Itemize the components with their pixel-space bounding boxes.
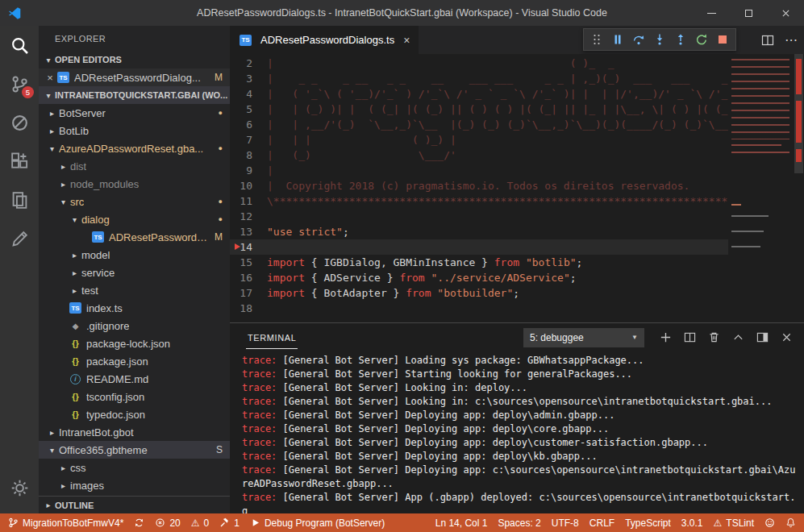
status-right: Ln 14, Col 1Spaces: 2UTF-8CRLFTypeScript… <box>435 517 796 529</box>
tab-close-icon[interactable]: × <box>403 34 410 47</box>
maximize-panel-button[interactable] <box>730 330 746 346</box>
restart-button[interactable] <box>691 31 712 48</box>
code-editor[interactable]: 2| ( )_ _ |3| _ _ _ __ _ _ __ ___ ___ _ … <box>230 54 804 322</box>
new-terminal-button[interactable] <box>657 330 673 346</box>
step-over-button[interactable] <box>628 31 649 48</box>
warning-icon: ⚠ <box>191 518 200 528</box>
more-actions-button[interactable]: ⋯ <box>785 34 798 47</box>
tree-item-dist[interactable]: ▸dist <box>39 157 230 175</box>
status-notifications[interactable] <box>785 517 796 528</box>
tree-item-botlib[interactable]: ▸BotLib <box>39 122 230 139</box>
activity-extensions-button[interactable] <box>0 142 39 181</box>
line-number: 18 <box>230 301 267 316</box>
sync-icon <box>134 517 144 528</box>
sidebar-title: EXPLORER <box>39 26 230 51</box>
tree-item-css[interactable]: ▸css <box>39 459 230 476</box>
step-into-icon <box>653 33 666 46</box>
tree-item-package-lock-json[interactable]: {}package-lock.json <box>39 335 230 352</box>
tree-item-images[interactable]: ▸images <box>39 476 230 494</box>
status-git-branch[interactable]: MigrationToBotFmwV4* <box>8 517 123 529</box>
log-message: [General Bot Server] App (.gbapp) deploy… <box>242 492 795 513</box>
status-feedback[interactable] <box>764 517 775 528</box>
error-mark <box>796 59 802 94</box>
terminal-selector[interactable]: 5: debuggee ▼ <box>523 328 644 347</box>
tree-item-tsconfig-json[interactable]: {}tsconfig.json <box>39 388 230 405</box>
tree-item-src[interactable]: ▾src● <box>39 193 230 210</box>
open-editor-item[interactable]: × TS ADResetPasswordDialog... M <box>39 69 230 86</box>
scrollbar[interactable] <box>794 54 804 322</box>
line-number: 6 <box>230 117 267 132</box>
status-build-tasks[interactable]: 1 <box>219 517 240 529</box>
split-terminal-button[interactable] <box>681 330 698 346</box>
drag-grip-button[interactable] <box>586 31 607 48</box>
status-left: MigrationToBotFmwV4*20⚠01Debug Program (… <box>8 517 385 529</box>
stop-button[interactable] <box>712 31 733 48</box>
status-eol[interactable]: CRLF <box>589 517 614 529</box>
close-editor-icon[interactable]: × <box>44 72 56 84</box>
tree-item-readme-md[interactable]: iREADME.md <box>39 370 230 388</box>
kill-terminal-button[interactable] <box>706 330 722 346</box>
tree-item-dialog[interactable]: ▾dialog● <box>39 210 230 228</box>
tree-item-model[interactable]: ▸model <box>39 246 230 264</box>
minimap[interactable] <box>729 54 794 322</box>
settings-button[interactable] <box>0 468 39 507</box>
activity-edit-button[interactable] <box>0 219 39 258</box>
outline-section-header[interactable]: ▸ OUTLINE <box>39 496 230 513</box>
split-editor-button[interactable] <box>761 34 774 47</box>
status-cursor-position[interactable]: Ln 14, Col 1 <box>435 517 488 529</box>
tree-item-office365-gbtheme[interactable]: ▾Office365.gbthemeS <box>39 441 230 459</box>
code-line: 15import { IGBDialog, GBMinInstance } fr… <box>230 255 728 270</box>
tree-item-node-modules[interactable]: ▸node_modules <box>39 175 230 193</box>
status-errors[interactable]: 20 <box>155 517 180 529</box>
status-warnings[interactable]: ⚠0 <box>191 517 209 529</box>
close-x-icon <box>781 331 793 343</box>
code-text: import { IGBDialog, GBMinInstance } from… <box>267 255 582 270</box>
status-tslint[interactable]: ⚠TSLint <box>714 517 754 529</box>
activity-bar-top: 5 <box>0 26 39 258</box>
tree-item-typedoc-json[interactable]: {}typedoc.json <box>39 405 230 423</box>
tree-item-botserver[interactable]: ▸BotServer● <box>39 104 230 122</box>
toggle-panel-button[interactable] <box>754 330 770 346</box>
workspace-section-header[interactable]: ▾ INTRANETBOTQUICKSTART.GBAI (WO... <box>39 86 230 104</box>
activity-files-button[interactable] <box>0 181 39 219</box>
tree-item-gitignore[interactable]: ◆.gitignore <box>39 317 230 335</box>
terminal-output[interactable]: trace: [General Bot Server] Loading sys … <box>230 351 804 513</box>
outline-label: OUTLINE <box>55 501 94 510</box>
status-language-mode[interactable]: TypeScript <box>625 517 671 529</box>
chevron-right-icon: ▸ <box>47 109 57 118</box>
tree-item-intranetbot-gbot[interactable]: ▸IntranetBot.gbot <box>39 423 230 441</box>
tree-item-label: typedoc.json <box>86 409 145 421</box>
tab-terminal[interactable]: TERMINAL <box>246 326 298 349</box>
maximize-button[interactable] <box>730 0 767 26</box>
tree-item-azureadpasswordreset-gba[interactable]: ▾AzureADPasswordReset.gba...● <box>39 139 230 157</box>
activity-search-button[interactable] <box>0 26 39 64</box>
step-into-button[interactable] <box>649 31 670 48</box>
pause-button[interactable] <box>607 31 628 48</box>
status-debug-program[interactable]: Debug Program (BotServer) <box>250 517 385 529</box>
terminal-line: trace: [General Bot Server] Starting loo… <box>242 368 798 381</box>
minimize-button[interactable] <box>693 0 730 26</box>
close-panel-button[interactable] <box>778 330 794 346</box>
tree-item-test[interactable]: ▸test <box>39 281 230 299</box>
status-encoding[interactable]: UTF-8 <box>552 517 579 529</box>
line-number: 4 <box>230 86 267 102</box>
activity-source-control-button[interactable]: 5 <box>0 64 39 103</box>
chevron-down-icon: ▾ <box>42 56 55 64</box>
open-editors-header[interactable]: ▾ OPEN EDITORS <box>39 51 230 69</box>
status-label: 0 <box>204 517 210 529</box>
status-ts-version[interactable]: 3.0.1 <box>681 517 703 529</box>
tree-item-package-json[interactable]: {}package.json <box>39 352 230 370</box>
line-number: 13 <box>230 224 267 239</box>
tree-item-adresetpassworddial[interactable]: TSADResetPasswordDial...M <box>39 228 230 246</box>
panel-header: TERMINAL 5: debuggee ▼ <box>230 323 804 351</box>
activity-debug-button[interactable] <box>0 103 39 142</box>
status-sync-status[interactable] <box>134 517 144 528</box>
status-indentation[interactable]: Spaces: 2 <box>498 517 540 529</box>
files-icon <box>10 191 29 210</box>
tree-item-index-ts[interactable]: TSindex.ts <box>39 299 230 317</box>
chevron-down-icon: ▼ <box>631 334 638 341</box>
close-window-button[interactable] <box>767 0 804 26</box>
tab-adresetpassworddialogs[interactable]: TS ADResetPasswordDialogs.ts × <box>230 26 419 54</box>
step-out-button[interactable] <box>670 31 691 48</box>
tree-item-service[interactable]: ▸service <box>39 264 230 281</box>
